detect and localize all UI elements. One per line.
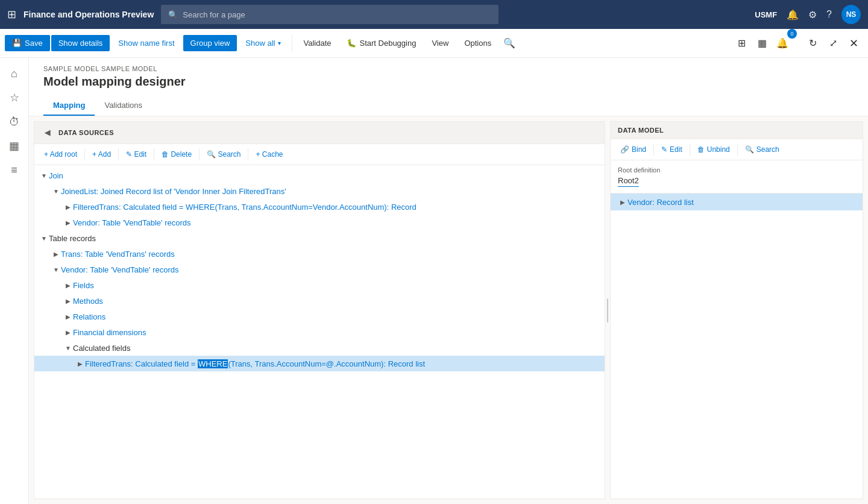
company-selector[interactable]: USMF — [755, 10, 777, 19]
toolbar-sep5 — [248, 148, 248, 160]
bind-button[interactable]: 🔗 Bind — [615, 143, 651, 156]
dm-sep1 — [653, 143, 654, 156]
dm-tree-item[interactable]: ▶Vendor: Record list — [611, 194, 863, 210]
sidebar: ⌂ ☆ ⏱ ▦ ≡ — [0, 58, 29, 504]
panel-toggle-icon[interactable]: ▦ — [752, 34, 772, 53]
add-button[interactable]: + Add — [87, 148, 116, 161]
root-definition-section: Root definition Root2 — [611, 160, 863, 194]
avatar[interactable]: NS — [841, 5, 861, 24]
tree-toggle-icon[interactable]: ▶ — [75, 359, 85, 368]
data-model-toolbar: 🔗 Bind ✎ Edit 🗑 Unbind 🔍 — [611, 139, 863, 160]
page-tabs: Mapping Validations — [43, 96, 854, 116]
sidebar-item-home[interactable]: ⌂ — [4, 63, 25, 84]
tree-item[interactable]: ▶Trans: Table 'VendTrans' records — [34, 246, 605, 262]
tab-validations[interactable]: Validations — [95, 96, 152, 116]
search-button[interactable]: 🔍 Search — [202, 148, 245, 161]
validate-button[interactable]: Validate — [296, 35, 338, 51]
tree-toggle-icon[interactable]: ▶ — [63, 202, 73, 212]
tab-mapping[interactable]: Mapping — [43, 96, 95, 116]
save-button[interactable]: 💾 Save — [5, 35, 50, 51]
tree-item-label: Table records — [49, 234, 96, 243]
delete-button[interactable]: 🗑 Delete — [157, 148, 197, 161]
tree-item[interactable]: ▼Vendor: Table 'VendTable' records — [34, 262, 605, 277]
toolbar-sep-1 — [292, 35, 292, 52]
panel-resizer[interactable] — [605, 116, 610, 504]
notifications-icon[interactable]: 🔔 — [787, 9, 799, 20]
tree-item[interactable]: ▼Table records — [34, 230, 605, 246]
collapse-icon[interactable]: ◀ — [42, 127, 54, 139]
toolbar-sep — [84, 148, 85, 160]
show-details-button[interactable]: Show details — [51, 35, 110, 51]
data-sources-panel: ◀ DATA SOURCES + Add root + Add ✎ Edit 🗑… — [34, 121, 605, 499]
search-icon: 🔍 — [168, 10, 178, 19]
tree-item[interactable]: ▶FilteredTrans: Calculated field = WHERE… — [34, 356, 605, 371]
toolbar-right: ⊞ ▦ 🔔 0 ↻ ⤢ ✕ — [732, 34, 863, 53]
tree-toggle-icon[interactable]: ▼ — [39, 171, 49, 180]
search-toolbar-button[interactable]: 🔍 — [500, 34, 519, 53]
search-input[interactable] — [183, 10, 491, 19]
sidebar-item-modules[interactable]: ≡ — [4, 159, 25, 181]
list-icon: ≡ — [11, 164, 17, 177]
sidebar-item-recent[interactable]: ⏱ — [4, 111, 25, 133]
tree-toggle-icon[interactable]: ▶ — [63, 312, 73, 321]
tree-item[interactable]: ▶Financial dimensions — [34, 324, 605, 340]
page-header: SAMPLE MODEL SAMPLE MODEL Model mapping … — [29, 58, 868, 116]
tree-item[interactable]: ▶Relations — [34, 309, 605, 324]
top-nav: ⊞ Finance and Operations Preview 🔍 USMF … — [0, 0, 868, 29]
tree-item[interactable]: ▼Calculated fields — [34, 340, 605, 356]
edit-button[interactable]: ✎ Edit — [121, 148, 151, 161]
group-view-button[interactable]: Group view — [183, 35, 237, 51]
dm-search-button[interactable]: 🔍 Search — [740, 143, 784, 156]
tree-item-label: FilteredTrans: Calculated field = WHERE(… — [73, 203, 417, 212]
dm-sep3 — [737, 143, 738, 156]
personalize-icon[interactable]: ⊞ — [732, 34, 751, 53]
tree-item[interactable]: ▶Methods — [34, 293, 605, 309]
detach-button[interactable]: ⤢ — [823, 34, 843, 53]
bind-icon: 🔗 — [620, 145, 629, 154]
data-sources-tree: ▼Join▼JoinedList: Joined Record list of … — [34, 165, 605, 499]
edit-icon: ✎ — [661, 145, 667, 154]
start-debugging-button[interactable]: 🐛 Start Debugging — [339, 35, 423, 51]
clock-icon: ⏱ — [9, 116, 20, 128]
dm-tree-toggle-icon[interactable]: ▶ — [618, 197, 627, 207]
tree-item[interactable]: ▶Vendor: Table 'VendTable' records — [34, 215, 605, 230]
tree-toggle-icon[interactable]: ▶ — [63, 280, 73, 290]
refresh-button[interactable]: ↻ — [803, 34, 822, 53]
options-button[interactable]: Options — [457, 35, 498, 51]
tree-item[interactable]: ▼JoinedList: Joined Record list of 'Vend… — [34, 183, 605, 199]
sidebar-item-workspaces[interactable]: ▦ — [4, 135, 25, 157]
tree-item-label: Relations — [73, 312, 105, 321]
tree-toggle-icon[interactable]: ▼ — [39, 233, 49, 243]
cache-button[interactable]: + Cache — [251, 148, 288, 161]
show-all-button[interactable]: Show all ▾ — [238, 35, 288, 51]
close-button[interactable]: ✕ — [844, 34, 863, 53]
sidebar-item-favorites[interactable]: ☆ — [4, 87, 25, 109]
view-button[interactable]: View — [424, 35, 456, 51]
help-icon[interactable]: ? — [826, 9, 832, 20]
tree-toggle-icon[interactable]: ▶ — [63, 327, 73, 337]
tree-toggle-icon[interactable]: ▼ — [51, 186, 61, 196]
tree-item-label: Vendor: Table 'VendTable' records — [73, 218, 191, 227]
dm-edit-button[interactable]: ✎ Edit — [656, 143, 687, 156]
add-root-button[interactable]: + Add root — [39, 148, 82, 161]
tree-item[interactable]: ▼Join — [34, 168, 605, 183]
global-search-bar[interactable]: 🔍 — [161, 5, 498, 24]
tree-toggle-icon[interactable]: ▶ — [63, 218, 73, 227]
dm-search-icon: 🔍 — [745, 145, 754, 154]
dm-tree-item-label: Vendor: Record list — [627, 198, 694, 207]
tree-toggle-icon[interactable]: ▼ — [63, 343, 73, 353]
main-toolbar: 💾 Save Show details Show name first Grou… — [0, 29, 868, 58]
content-area: SAMPLE MODEL SAMPLE MODEL Model mapping … — [29, 58, 868, 504]
main-layout: ⌂ ☆ ⏱ ▦ ≡ SAMPLE MODEL SAMPLE MODEL Mode… — [0, 58, 868, 504]
tree-toggle-icon[interactable]: ▶ — [51, 249, 61, 259]
tree-toggle-icon[interactable]: ▶ — [63, 296, 73, 306]
unbind-button[interactable]: 🗑 Unbind — [693, 143, 735, 156]
tree-item-label: Methods — [73, 297, 103, 306]
tree-item[interactable]: ▶FilteredTrans: Calculated field = WHERE… — [34, 199, 605, 215]
grid-icon: ▦ — [9, 139, 19, 153]
tree-toggle-icon[interactable]: ▼ — [51, 265, 61, 274]
settings-icon[interactable]: ⚙ — [808, 9, 817, 20]
tree-item[interactable]: ▶Fields — [34, 277, 605, 293]
show-name-first-button[interactable]: Show name first — [111, 35, 181, 51]
app-grid-icon[interactable]: ⊞ — [7, 8, 16, 21]
